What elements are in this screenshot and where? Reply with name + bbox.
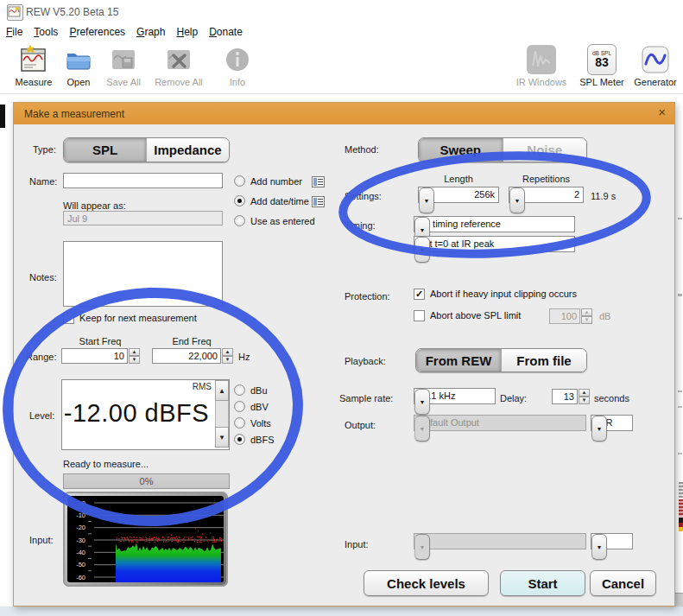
level-label: Level: (29, 410, 54, 421)
menu-donate[interactable]: Donate (209, 26, 243, 38)
radio-dbfs[interactable]: dBFS (234, 434, 275, 445)
menu-graph[interactable]: Graph (136, 26, 165, 38)
toolbar: Measure Open Save All (0, 40, 683, 94)
datetime-format-icon[interactable] (312, 196, 325, 207)
input-channel-combo[interactable]: L ▼ (591, 533, 633, 549)
input-label: Input: (345, 539, 369, 549)
timing-reference-combo[interactable]: No timing reference ▼ (414, 216, 575, 232)
dialog-titlebar[interactable]: Make a measurement (14, 103, 674, 124)
repetitions-combo[interactable]: 2 ▼ (509, 187, 584, 203)
spl-meter-button[interactable]: dB SPL 83 SPL Meter (572, 45, 632, 87)
type-spl-button[interactable]: SPL (64, 138, 147, 162)
chevron-down-icon[interactable]: ▼ (591, 534, 607, 560)
arrow-up-icon[interactable]: ▲ (222, 348, 233, 356)
method-noise-button: Noise (503, 138, 587, 162)
playback-from-file-button[interactable]: From file (502, 349, 586, 372)
radio-circle (234, 384, 245, 396)
abort-clipping-checkbox[interactable]: ✓ Abort if heavy input clipping occurs (414, 289, 577, 300)
menu-tools[interactable]: Tools (34, 26, 58, 38)
timing-t0-combo[interactable]: Set t=0 at IR peak ▼ (414, 236, 575, 252)
chevron-down-icon[interactable]: ▼ (414, 389, 430, 415)
method-sweep-button[interactable]: Sweep (419, 138, 503, 162)
repetitions-label: Repetitions (509, 174, 584, 184)
background-fragment (678, 453, 682, 454)
arrow-down-icon[interactable]: ▼ (215, 427, 229, 448)
radio-add-number[interactable]: Add number (234, 175, 302, 187)
y-tick: -30 (76, 537, 85, 544)
radio-add-datetime[interactable]: Add date/time (234, 195, 309, 206)
y-tick: 0 (82, 499, 85, 507)
will-appear-label: Will appear as: (63, 200, 126, 211)
radio-dbv[interactable]: dBV (234, 401, 269, 412)
end-freq-label: End Freq (152, 336, 231, 346)
length-label: Length (418, 174, 499, 184)
number-format-icon[interactable] (312, 176, 325, 187)
abort-spl-checkbox[interactable]: Abort above SPL limit (414, 310, 521, 321)
notes-textarea[interactable] (63, 241, 223, 307)
arrow-up-icon[interactable]: ▲ (215, 380, 229, 401)
arrow-down-icon[interactable]: ▼ (129, 356, 140, 364)
make-measurement-dialog: Make a measurement × Type: SPL Impedance… (13, 102, 675, 606)
protection-label: Protection: (345, 291, 390, 302)
status-text: Ready to measure... (63, 459, 149, 469)
type-label: Type: (33, 144, 56, 155)
type-impedance-button[interactable]: Impedance (147, 138, 229, 162)
menu-help[interactable]: Help (176, 26, 198, 38)
arrow-down-icon[interactable]: ▼ (579, 397, 590, 404)
arrow-up-icon[interactable]: ▲ (579, 389, 590, 397)
check-levels-button[interactable]: Check levels (364, 570, 489, 596)
y-tick: -10 (76, 511, 85, 519)
output-label: Output: (345, 420, 376, 430)
arrow-down-icon[interactable]: ▼ (222, 356, 233, 364)
open-folder-icon (64, 45, 93, 74)
radio-volts[interactable]: Volts (234, 417, 271, 429)
info-button: Info (207, 45, 268, 87)
menu-preferences[interactable]: Preferences (69, 26, 125, 38)
generator-button[interactable]: Generator (625, 45, 683, 87)
name-input[interactable] (63, 173, 223, 188)
dialog-close-icon[interactable]: × (658, 105, 666, 119)
keep-checkbox[interactable]: Keep for next measurement (63, 313, 197, 324)
delay-unit: seconds (594, 393, 629, 403)
arrow-up-icon: ▲ (581, 308, 592, 316)
radio-use-as-entered[interactable]: Use as entered (234, 215, 315, 226)
background-fragment (679, 482, 683, 498)
delay-spinner[interactable]: 13 ▲▼ (552, 389, 590, 404)
ir-windows-icon (527, 45, 556, 74)
level-box[interactable]: RMS -12.00 dBFS ▲ ▼ (61, 379, 230, 450)
y-tick: -20 (76, 524, 85, 531)
sweep-duration: 11.9 s (591, 191, 616, 201)
chevron-down-icon[interactable]: ▼ (509, 187, 525, 213)
background-fragment (678, 294, 682, 296)
remove-all-button: Remove All (149, 45, 209, 87)
background-fragment (674, 593, 683, 607)
chevron-down-icon[interactable]: ▼ (414, 237, 430, 263)
level-value: -12.00 dBFS (62, 399, 211, 428)
radio-circle (234, 417, 245, 429)
progress-value: 0% (140, 476, 154, 486)
end-freq-spinner[interactable]: 22,000 ▲▼ (152, 348, 233, 364)
input-spectrum-graph: 0 -10 -20 -30 -40 -50 -60 (67, 496, 224, 582)
chevron-down-icon[interactable]: ▼ (419, 187, 434, 213)
arrow-up-icon[interactable]: ▲ (129, 348, 140, 356)
method-label: Method: (345, 144, 379, 155)
info-icon (223, 45, 252, 74)
input-device-combo: ▼ (414, 533, 586, 549)
start-button[interactable]: Start (500, 570, 585, 596)
length-combo[interactable]: 256k ▼ (418, 187, 499, 203)
radio-circle (234, 195, 245, 206)
save-all-icon (109, 45, 138, 74)
radio-dbu[interactable]: dBu (234, 384, 268, 396)
playback-toggle: From REW From file (415, 348, 587, 372)
level-spinner[interactable]: ▲ ▼ (215, 380, 229, 448)
menu-file[interactable]: File (6, 26, 22, 38)
window-title: REW V5.20 Beta 15 (26, 6, 118, 18)
timing-label: Timing: (345, 220, 376, 231)
cancel-button[interactable]: Cancel (590, 570, 656, 596)
output-channel-combo[interactable]: L+R ▼ (591, 415, 633, 431)
chevron-down-icon[interactable]: ▼ (591, 416, 607, 441)
level-rms-label: RMS (193, 382, 212, 391)
playback-from-rew-button[interactable]: From REW (416, 349, 502, 372)
sample-rate-combo[interactable]: 44.1 kHz ▼ (414, 388, 496, 404)
start-freq-spinner[interactable]: 10 ▲▼ (61, 348, 140, 364)
